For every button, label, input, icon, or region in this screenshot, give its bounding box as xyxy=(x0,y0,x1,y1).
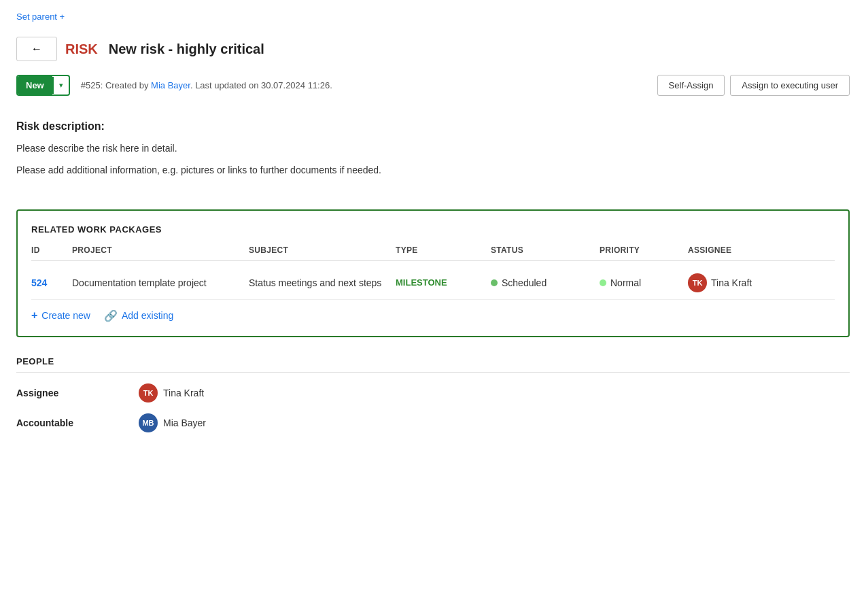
table-header: ID PROJECT SUBJECT TYPE STATUS PRIORITY … xyxy=(31,245,835,261)
related-section-title: RELATED WORK PACKAGES xyxy=(31,224,835,235)
type-milestone-badge: MILESTONE xyxy=(396,277,447,288)
page-title: New risk - highly critical xyxy=(109,41,264,57)
status-dropdown-arrow: ▾ xyxy=(52,77,69,94)
cell-project: Documentation template project xyxy=(72,277,249,288)
work-package-id-link[interactable]: 524 xyxy=(31,277,47,288)
col-header-priority: PRIORITY xyxy=(600,245,688,255)
col-header-status: STATUS xyxy=(491,245,600,255)
table-actions: + Create new 🔗 Add existing xyxy=(31,309,835,322)
col-header-assignee: ASSIGNEE xyxy=(688,245,835,255)
related-work-packages-section: RELATED WORK PACKAGES ID PROJECT SUBJECT… xyxy=(16,209,850,337)
status-badge[interactable]: New ▾ xyxy=(16,75,70,96)
status-dot-scheduled xyxy=(491,279,498,286)
cell-subject: Status meetings and next steps xyxy=(249,277,396,288)
assignee-people-name: Tina Kraft xyxy=(163,388,204,398)
cell-priority: Normal xyxy=(600,277,688,288)
status-row: New ▾ #525: Created by Mia Bayer. Last u… xyxy=(16,75,850,96)
accountable-label: Accountable xyxy=(16,417,139,428)
col-header-type: TYPE xyxy=(396,245,491,255)
assignee-people-avatar: TK xyxy=(139,383,158,403)
create-new-link[interactable]: + Create new xyxy=(31,309,90,322)
col-header-subject: SUBJECT xyxy=(249,245,396,255)
set-parent-link[interactable]: Set parent + xyxy=(16,12,65,22)
description-section: Risk description: Please describe the ri… xyxy=(16,115,850,190)
plus-icon: + xyxy=(31,309,37,322)
assignee-name: Tina Kraft xyxy=(711,277,752,288)
meta-info: #525: Created by Mia Bayer. Last updated… xyxy=(81,80,646,90)
col-header-id: ID xyxy=(31,245,72,255)
priority-dot-normal xyxy=(600,279,606,286)
create-new-label: Create new xyxy=(41,310,90,321)
col-header-project: PROJECT xyxy=(72,245,249,255)
accountable-avatar: MB xyxy=(139,413,158,432)
title-row: ← RISK New risk - highly critical xyxy=(16,37,850,61)
people-section: PEOPLE Assignee TK Tina Kraft Accountabl… xyxy=(16,356,850,432)
author-link[interactable]: Mia Bayer xyxy=(151,80,190,90)
cell-id: 524 xyxy=(31,277,72,288)
description-line-2: Please add additional information, e.g. … xyxy=(16,162,850,177)
link-icon: 🔗 xyxy=(104,309,118,322)
assignee-value: TK Tina Kraft xyxy=(139,383,204,403)
cell-type: MILESTONE xyxy=(396,277,491,288)
priority-text: Normal xyxy=(610,277,641,288)
cell-status: Scheduled xyxy=(491,277,600,288)
action-buttons: Self-Assign Assign to executing user xyxy=(657,75,850,96)
people-section-title: PEOPLE xyxy=(16,356,850,373)
self-assign-button[interactable]: Self-Assign xyxy=(657,75,725,96)
description-line-1: Please describe the risk here in detail. xyxy=(16,141,850,156)
accountable-row: Accountable MB Mia Bayer xyxy=(16,413,850,432)
back-button[interactable]: ← xyxy=(16,37,57,61)
table-row: 524 Documentation template project Statu… xyxy=(31,267,835,300)
assignee-avatar: TK xyxy=(688,273,707,292)
status-label: New xyxy=(18,76,52,95)
risk-type-label: RISK xyxy=(65,41,98,57)
description-title: Risk description: xyxy=(16,120,850,133)
accountable-value: MB Mia Bayer xyxy=(139,413,206,432)
accountable-name: Mia Bayer xyxy=(163,417,206,428)
status-text: Scheduled xyxy=(502,277,547,288)
assign-executing-user-button[interactable]: Assign to executing user xyxy=(730,75,850,96)
cell-assignee: TK Tina Kraft xyxy=(688,273,835,292)
add-existing-link[interactable]: 🔗 Add existing xyxy=(104,309,173,322)
assignee-row: Assignee TK Tina Kraft xyxy=(16,383,850,403)
add-existing-label: Add existing xyxy=(122,310,173,321)
assignee-label: Assignee xyxy=(16,388,139,398)
